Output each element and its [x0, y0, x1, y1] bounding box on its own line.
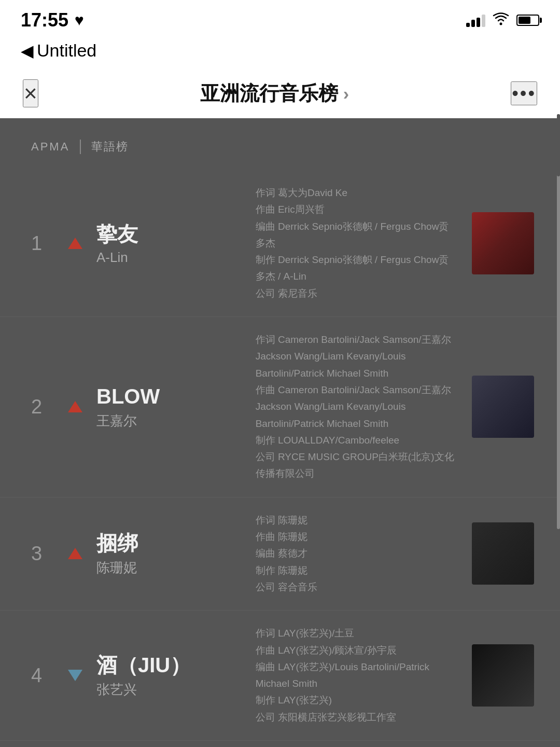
header-bar: × 亚洲流行音乐榜 › ••• — [0, 69, 560, 118]
apma-subtitle: 華語榜 — [91, 139, 129, 155]
track-credits: 作词 LAY(张艺兴)/土豆作曲 LAY(张艺兴)/顾沐宣/孙宇辰编曲 LAY(… — [240, 625, 472, 726]
back-navigation[interactable]: ◀ Untitled — [0, 36, 560, 69]
track-rank: 1 — [31, 232, 62, 255]
track-cover — [472, 522, 534, 585]
track-credits: 作词 Cameron Bartolini/Jack Samson/王嘉尔 Jac… — [240, 331, 472, 482]
track-rank: 4 — [31, 665, 62, 687]
apma-label: APMA — [31, 140, 69, 154]
battery-icon — [516, 15, 539, 26]
track-artist: 陈珊妮 — [96, 559, 240, 577]
back-title: Untitled — [37, 40, 96, 61]
close-button[interactable]: × — [23, 79, 38, 107]
track-info: 挚友 A-Lin — [96, 222, 240, 266]
track-info: 捆绑 陈珊妮 — [96, 531, 240, 577]
more-button[interactable]: ••• — [511, 81, 537, 105]
status-time-area: 17:55 ♥ — [21, 9, 84, 31]
track-cover — [472, 644, 534, 707]
track-info: BLOW 王嘉尔 — [96, 384, 240, 430]
chevron-right-icon: › — [343, 84, 349, 104]
track-item[interactable]: 5 清楚点 方大同 作词 方大同作曲 方大同编曲 方大同制作 方大同公司 赋音乐… — [0, 741, 560, 747]
track-item[interactable]: 3 捆绑 陈珊妮 作词 陈珊妮作曲 陈珊妮编曲 蔡德才制作 陈珊妮公司 容合音乐 — [0, 497, 560, 611]
signal-icon — [466, 13, 485, 27]
scrollbar-thumb[interactable] — [557, 114, 560, 176]
track-trend-arrow — [62, 401, 88, 412]
track-artist: A-Lin — [96, 250, 240, 266]
trend-up-icon — [68, 238, 82, 249]
track-item[interactable]: 2 BLOW 王嘉尔 作词 Cameron Bartolini/Jack Sam… — [0, 317, 560, 497]
track-trend-arrow — [62, 548, 88, 559]
track-artist: 王嘉尔 — [96, 412, 240, 430]
track-artist: 张艺兴 — [96, 681, 240, 699]
scrollbar[interactable] — [557, 114, 560, 529]
status-bar: 17:55 ♥ — [0, 0, 560, 36]
track-item[interactable]: 4 酒（JIU） 张艺兴 作词 LAY(张艺兴)/土豆作曲 LAY(张艺兴)/顾… — [0, 611, 560, 741]
track-trend-arrow — [62, 670, 88, 681]
track-rank: 2 — [31, 396, 62, 418]
status-time: 17:55 — [21, 9, 68, 31]
track-cover — [472, 376, 534, 438]
heart-icon: ♥ — [75, 11, 84, 29]
back-arrow-icon: ◀ — [21, 41, 34, 61]
track-trend-arrow — [62, 238, 88, 249]
svg-point-0 — [500, 22, 502, 25]
track-cover — [472, 212, 534, 274]
wifi-icon — [493, 12, 509, 29]
track-item[interactable]: 1 挚友 A-Lin 作词 葛大为David Ke作曲 Eric周兴哲编曲 De… — [0, 170, 560, 317]
page-title[interactable]: 亚洲流行音乐榜 › — [200, 80, 349, 107]
back-link[interactable]: ◀ Untitled — [21, 40, 539, 61]
main-content: APMA 華語榜 1 挚友 A-Lin 作词 葛大为David Ke作曲 Eri… — [0, 118, 560, 747]
apma-branding: APMA 華語榜 — [0, 118, 560, 165]
track-title: BLOW — [96, 384, 240, 409]
track-rank: 3 — [31, 543, 62, 565]
status-right-icons — [466, 12, 539, 29]
track-credits: 作词 陈珊妮作曲 陈珊妮编曲 蔡德才制作 陈珊妮公司 容合音乐 — [240, 512, 472, 596]
track-title: 酒（JIU） — [96, 653, 240, 677]
track-credits: 作词 葛大为David Ke作曲 Eric周兴哲编曲 Derrick Sepni… — [240, 185, 472, 302]
trend-up-icon — [68, 548, 82, 559]
track-title: 挚友 — [96, 222, 240, 246]
trend-up-icon — [68, 401, 82, 412]
page-title-text: 亚洲流行音乐榜 — [200, 80, 338, 107]
track-list: 1 挚友 A-Lin 作词 葛大为David Ke作曲 Eric周兴哲编曲 De… — [0, 165, 560, 747]
apma-divider — [80, 140, 81, 154]
track-title: 捆绑 — [96, 531, 240, 556]
trend-down-icon — [68, 670, 82, 681]
track-info: 酒（JIU） 张艺兴 — [96, 653, 240, 699]
